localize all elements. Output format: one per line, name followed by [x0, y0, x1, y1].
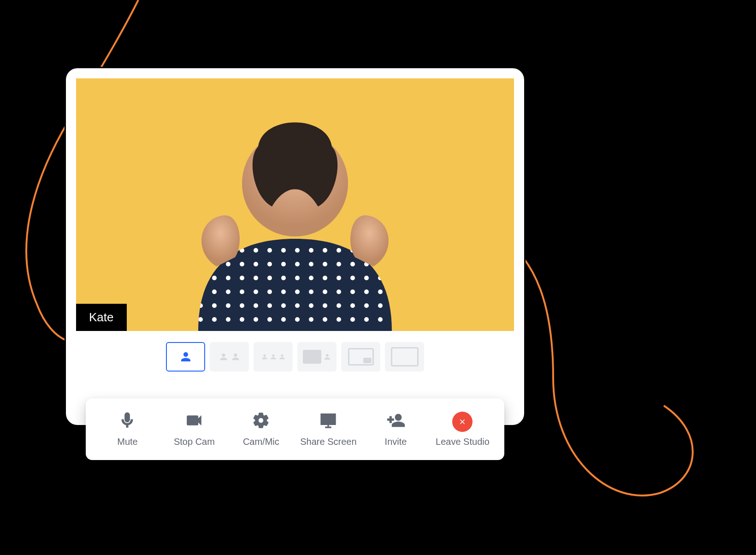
screen-icon [319, 411, 337, 432]
share-screen-button[interactable]: Share Screen [300, 411, 356, 447]
camera-icon [185, 411, 203, 432]
leave-studio-button[interactable]: Leave Studio [435, 412, 490, 447]
layout-option-pip[interactable] [297, 342, 337, 372]
invite-button[interactable]: Invite [368, 411, 424, 447]
layout-option-two-up[interactable] [210, 342, 249, 372]
close-icon [452, 412, 472, 432]
cam-mic-label: Cam/Mic [243, 437, 279, 447]
share-screen-label: Share Screen [300, 437, 356, 447]
layout-option-grid-3[interactable] [254, 342, 293, 372]
stop-cam-label: Stop Cam [174, 437, 215, 447]
participant-image [166, 91, 424, 331]
gear-icon [252, 411, 270, 432]
studio-window: Kate [65, 67, 526, 426]
mute-button[interactable]: Mute [100, 411, 155, 447]
participant-name-text: Kate [89, 310, 114, 324]
leave-label: Leave Studio [436, 437, 490, 447]
video-feed: Kate [76, 78, 514, 331]
cam-mic-button[interactable]: Cam/Mic [233, 411, 289, 447]
layout-option-solo[interactable] [166, 342, 205, 372]
layout-option-full[interactable] [385, 342, 424, 372]
invite-label: Invite [385, 437, 407, 447]
microphone-icon [118, 411, 136, 432]
layout-option-spotlight[interactable] [341, 342, 380, 372]
add-person-icon [387, 411, 405, 432]
layout-picker [76, 342, 514, 372]
participant-name-badge: Kate [76, 304, 127, 331]
stop-cam-button[interactable]: Stop Cam [166, 411, 222, 447]
control-toolbar: Mute Stop Cam Cam/Mic Share Screen Invit… [86, 398, 504, 460]
mute-label: Mute [117, 437, 137, 447]
